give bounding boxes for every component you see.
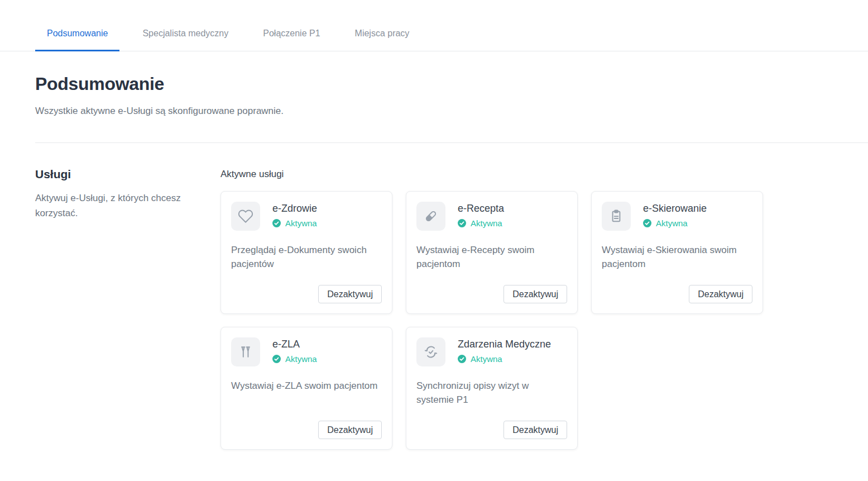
service-title: Zdarzenia Medyczne xyxy=(458,339,551,350)
status-badge: Aktywna xyxy=(458,218,504,228)
service-card-e-zla: e-ZLA Aktywna Wystawiaj e-ZLA swoim pacj… xyxy=(220,327,392,450)
deactivate-button[interactable]: Dezaktywuj xyxy=(689,285,752,303)
check-circle-icon xyxy=(458,219,466,227)
deactivate-button[interactable]: Dezaktywuj xyxy=(503,421,567,439)
service-title: e-ZLA xyxy=(272,339,317,350)
service-title: e-Recepta xyxy=(458,203,504,215)
service-title: e-Zdrowie xyxy=(272,203,317,215)
services-grid: e-Zdrowie Aktywna Przeglądaj e-Dokumenty… xyxy=(220,191,833,450)
services-section-intro: Usługi Aktywuj e-Usługi, z których chces… xyxy=(35,168,220,450)
page-title: Podsumowanie xyxy=(35,74,833,94)
deactivate-button[interactable]: Dezaktywuj xyxy=(503,285,567,303)
status-badge: Aktywna xyxy=(458,354,551,364)
active-services-label: Aktywne usługi xyxy=(220,169,833,180)
status-badge: Aktywna xyxy=(272,218,317,228)
sync-check-icon xyxy=(416,337,445,366)
check-circle-icon xyxy=(272,355,281,363)
tab-bar: Podsumowanie Specjalista medyczny Połącz… xyxy=(0,0,868,51)
page-content: Podsumowanie Wszystkie aktywne e-Usługi … xyxy=(0,51,868,450)
deactivate-button[interactable]: Dezaktywuj xyxy=(318,285,382,303)
status-badge: Aktywna xyxy=(643,218,707,228)
heart-icon xyxy=(231,202,260,231)
services-section-description: Aktywuj e-Usługi, z których chcesz korzy… xyxy=(35,191,196,221)
service-description: Wystawiaj e-ZLA swoim pacjentom xyxy=(231,379,382,393)
status-badge: Aktywna xyxy=(272,354,317,364)
service-description: Przeglądaj e-Dokumenty swoich pacjentów xyxy=(231,243,382,271)
tab-miejsca-pracy[interactable]: Miejsca pracy xyxy=(343,28,421,51)
status-label: Aktywna xyxy=(471,218,502,228)
service-title: e-Skierowanie xyxy=(643,203,707,215)
service-card-e-recepta: e-Recepta Aktywna Wystawiaj e-Recepty sw… xyxy=(406,191,578,314)
section-divider xyxy=(35,142,868,143)
tab-specjalista-medyczny[interactable]: Specjalista medyczny xyxy=(131,28,240,51)
status-label: Aktywna xyxy=(471,354,502,364)
service-card-e-skierowanie: e-Skierowanie Aktywna Wystawiaj e-Skiero… xyxy=(591,191,763,314)
status-label: Aktywna xyxy=(285,354,317,364)
pill-icon xyxy=(416,202,445,231)
tab-polaczenie-p1[interactable]: Połączenie P1 xyxy=(251,28,332,51)
check-circle-icon xyxy=(643,219,651,227)
status-label: Aktywna xyxy=(656,218,688,228)
page-subtitle: Wszystkie aktywne e-Usługi są skonfiguro… xyxy=(35,106,833,117)
status-label: Aktywna xyxy=(285,218,317,228)
service-description: Synchronizuj opisy wizyt w systemie P1 xyxy=(416,379,567,407)
service-card-zdarzenia-medyczne: Zdarzenia Medyczne Aktywna Synchronizuj … xyxy=(406,327,578,450)
deactivate-button[interactable]: Dezaktywuj xyxy=(318,421,382,439)
clipboard-icon xyxy=(602,202,631,231)
service-description: Wystawiaj e-Recepty swoim pacjentom xyxy=(416,243,567,271)
tab-podsumowanie[interactable]: Podsumowanie xyxy=(35,28,119,51)
service-description: Wystawiaj e-Skierowania swoim pacjentom xyxy=(602,243,752,271)
crutches-icon xyxy=(231,337,260,366)
check-circle-icon xyxy=(272,219,281,227)
service-card-e-zdrowie: e-Zdrowie Aktywna Przeglądaj e-Dokumenty… xyxy=(220,191,392,314)
check-circle-icon xyxy=(458,355,466,363)
services-section-title: Usługi xyxy=(35,168,196,181)
